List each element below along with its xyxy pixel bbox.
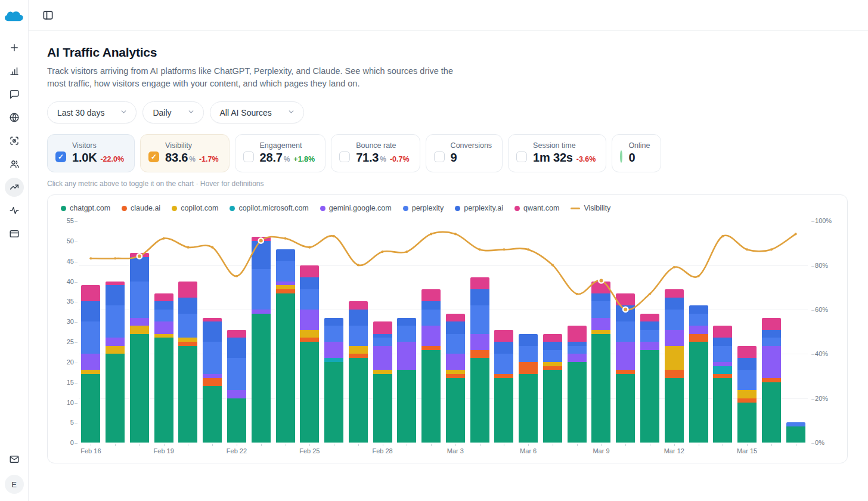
- bar-segment-perplexity: [227, 358, 246, 390]
- stacked-bar-feb-19[interactable]: [154, 293, 173, 443]
- bar-segment-perplexity: [324, 326, 343, 342]
- stacked-bar-mar-7[interactable]: [543, 334, 562, 443]
- stacked-bar-mar-12[interactable]: [665, 289, 684, 443]
- bar-segment-perplexity: [591, 301, 610, 317]
- stacked-bar-feb-18[interactable]: [130, 253, 149, 443]
- bar-segment-gemini.google.com: [762, 346, 781, 378]
- mail-icon[interactable]: [5, 450, 24, 469]
- metric-card-bounce-rate[interactable]: Bounce rate71.3%-0.7%: [331, 134, 420, 172]
- x-axis-tick: [674, 444, 675, 446]
- stacked-bar-mar-17[interactable]: [786, 422, 805, 443]
- filter-dropdown-1[interactable]: Daily: [142, 101, 203, 123]
- metric-checkbox-checked[interactable]: ✓: [148, 151, 159, 162]
- metric-checkbox[interactable]: [516, 151, 527, 162]
- stacked-bar-mar-1[interactable]: [397, 318, 416, 443]
- bar-segment-qwant.com: [762, 318, 781, 330]
- filter-dropdown-0[interactable]: Last 30 days: [47, 101, 137, 123]
- legend-item-visibility-line[interactable]: Visibility: [571, 204, 610, 212]
- main-content: AI Traffic Analytics Track visitors arri…: [29, 31, 868, 501]
- stacked-bar-feb-23[interactable]: [252, 237, 271, 443]
- metric-checkbox[interactable]: [339, 151, 350, 162]
- legend-item-copilot.microsoft.com[interactable]: copilot.microsoft.com: [230, 204, 308, 212]
- stacked-bar-feb-17[interactable]: [106, 282, 125, 443]
- stacked-bar-feb-26[interactable]: [324, 318, 343, 443]
- sidebar-item-globe-icon[interactable]: [5, 108, 24, 127]
- bar-segment-qwant.com: [154, 293, 173, 302]
- stacked-bar-mar-11[interactable]: [640, 314, 659, 443]
- sidebar-item-users-icon[interactable]: [5, 154, 24, 174]
- sidebar-item-plus-icon[interactable]: [5, 38, 24, 57]
- x-axis-tick: [309, 444, 310, 446]
- legend-item-perplexity[interactable]: perplexity: [403, 204, 444, 212]
- line-point: [503, 248, 505, 250]
- bar-segment-gemini.google.com: [203, 374, 222, 378]
- left-axis-tick: 30: [67, 318, 78, 325]
- chat-icon: [9, 89, 20, 100]
- stacked-bar-mar-15[interactable]: [737, 346, 757, 443]
- bar-segment-copilot.com: [737, 390, 757, 398]
- cloud-logo[interactable]: [4, 6, 24, 25]
- stacked-bar-mar-9[interactable]: [591, 282, 610, 443]
- legend-item-qwant.com[interactable]: qwant.com: [514, 204, 559, 212]
- sidebar-item-bar-chart-icon[interactable]: [5, 61, 24, 81]
- stacked-bar-mar-2[interactable]: [421, 289, 441, 443]
- legend-item-chatgpt.com[interactable]: chatgpt.com: [61, 204, 110, 212]
- metric-card-conversions[interactable]: Conversions9: [426, 134, 503, 172]
- metric-card-engagement[interactable]: Engagement28.7%+1.8%: [235, 134, 326, 172]
- stacked-bar-feb-24[interactable]: [276, 249, 295, 443]
- bar-segment-perplexity: [300, 289, 319, 310]
- bar-segment-chatgpt.com: [519, 374, 538, 443]
- legend-item-copilot.com[interactable]: copilot.com: [172, 204, 218, 212]
- legend-label: claude.ai: [131, 204, 160, 212]
- legend-item-gemini.google.com[interactable]: gemini.google.com: [320, 204, 392, 212]
- bar-segment-qwant.com: [616, 293, 635, 305]
- stacked-bar-feb-20[interactable]: [178, 282, 197, 443]
- stacked-bar-mar-14[interactable]: [713, 326, 732, 443]
- legend-dot: [514, 206, 520, 211]
- metric-card-visibility[interactable]: ✓Visibility83.6%-1.7%: [140, 134, 229, 172]
- metric-card-online[interactable]: Online0: [612, 134, 661, 172]
- panel-toggle-icon[interactable]: [39, 7, 56, 24]
- stacked-bar-feb-25[interactable]: [300, 265, 319, 443]
- line-point: [527, 248, 529, 250]
- stacked-bar-feb-28[interactable]: [373, 321, 392, 443]
- x-axis-label: Feb 28: [372, 447, 392, 454]
- bar-segment-perplexity: [640, 330, 659, 342]
- bar-segment-perplexity: [421, 310, 441, 326]
- stacked-bar-mar-3[interactable]: [446, 314, 465, 443]
- bar-segment-perplexity.ai: [203, 321, 222, 342]
- metric-card-session-time[interactable]: Session time1m 32s-3.6%: [508, 134, 606, 172]
- sidebar-item-activity-icon[interactable]: [5, 201, 24, 220]
- x-axis-tick: [334, 444, 334, 446]
- stacked-bar-mar-8[interactable]: [568, 326, 587, 443]
- stacked-bar-mar-16[interactable]: [762, 318, 781, 443]
- bar-segment-perplexity: [762, 338, 781, 346]
- stacked-bar-mar-10[interactable]: [616, 293, 635, 443]
- metric-checkbox[interactable]: [434, 151, 445, 162]
- stacked-bar-mar-5[interactable]: [494, 330, 513, 443]
- legend-item-perplexity.ai[interactable]: perplexity.ai: [455, 204, 503, 212]
- bar-segment-copilot.microsoft.com: [324, 358, 343, 362]
- metric-checkbox[interactable]: [243, 151, 254, 162]
- stacked-bar-mar-6[interactable]: [519, 334, 538, 443]
- stacked-bar-mar-13[interactable]: [689, 305, 708, 443]
- metric-card-visitors[interactable]: ✓Visitors1.0K-22.0%: [47, 134, 135, 172]
- sidebar-item-credit-card-icon[interactable]: [5, 224, 24, 243]
- stacked-bar-feb-16[interactable]: [81, 285, 100, 443]
- bar-segment-chatgpt.com: [349, 358, 368, 443]
- stacked-bar-feb-21[interactable]: [203, 318, 222, 443]
- stacked-bar-mar-4[interactable]: [470, 277, 489, 443]
- sidebar-item-chat-icon[interactable]: [5, 85, 24, 104]
- sidebar-item-scan-icon[interactable]: [5, 131, 24, 150]
- bar-segment-qwant.com: [203, 318, 222, 322]
- legend-item-claude.ai[interactable]: claude.ai: [122, 204, 160, 212]
- bar-segment-perplexity.ai: [349, 310, 368, 326]
- stacked-bar-feb-27[interactable]: [349, 301, 368, 443]
- avatar[interactable]: E: [5, 475, 24, 494]
- sidebar-item-trending-up-icon[interactable]: [5, 178, 24, 197]
- bar-segment-gemini.google.com: [397, 342, 416, 370]
- stacked-bar-feb-22[interactable]: [227, 330, 246, 443]
- filter-dropdown-2[interactable]: All AI Sources: [210, 101, 304, 123]
- metric-checkbox-checked[interactable]: ✓: [55, 151, 66, 162]
- bar-segment-gemini.google.com: [616, 342, 635, 370]
